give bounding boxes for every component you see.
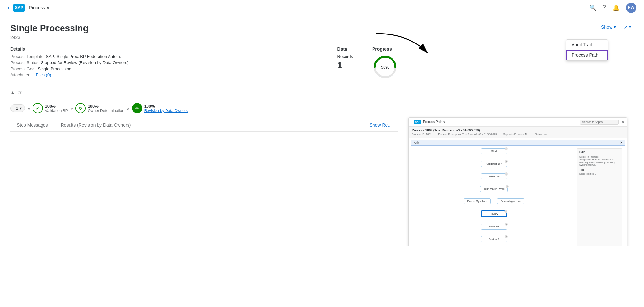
- tab-step-messages[interactable]: Step Messages: [10, 119, 54, 132]
- step-item-validation-bp: ✓ 100% Validation BP: [33, 103, 68, 113]
- step-arrow-3: »: [127, 106, 129, 111]
- tab-results[interactable]: Results (Revision by Data Owners): [54, 119, 137, 132]
- tabs-row: Step Messages Results (Revision by Data …: [10, 119, 398, 132]
- diag-fork-row: Process Mgmt Lane Process Mgmt Lane: [464, 198, 525, 204]
- user-avatar[interactable]: KW: [626, 3, 636, 13]
- right-panel: ‹ SAP Process Path ∨ Search for Apps ✕ P…: [408, 46, 634, 238]
- diagram-main: Start × Validation BP × Owner Det.: [413, 148, 574, 246]
- show-button[interactable]: Show ▾: [599, 23, 619, 31]
- nested-path-heading: Path: [413, 141, 419, 144]
- dropdown-item-process-path[interactable]: Process Path: [566, 50, 608, 60]
- data-heading: Data: [337, 46, 353, 52]
- diag-connector-4: [494, 193, 494, 197]
- nested-meta-status: Status: No: [535, 133, 546, 136]
- process-status-value: Stopped for Review (Revision by Data Own…: [41, 60, 128, 65]
- diag-node-start-close: ×: [505, 147, 508, 150]
- details-heading: Details: [10, 46, 318, 52]
- app-name-chevron-icon: ∨: [46, 5, 50, 10]
- nav-right: 🔍 ? 🔔 KW: [589, 3, 636, 13]
- nested-meta-supports: Supports Process: No: [503, 133, 528, 136]
- diag-fork-right: Process Mgmt Lane: [497, 198, 524, 204]
- step-icon-validation-bp: ✓: [33, 103, 43, 113]
- nested-sap-window: ‹ SAP Process Path ∨ Search for Apps ✕ P…: [408, 117, 627, 246]
- diag-node-owner: Owner Det. ×: [481, 173, 507, 179]
- process-goal-label: Process Goal:: [10, 66, 37, 71]
- nested-search-placeholder: Search for Apps: [582, 120, 603, 124]
- nested-meta-process-id: Process ID: 1002: [412, 133, 431, 136]
- divider: [10, 85, 398, 85]
- process-status-row: Process Status: Stopped for Review (Revi…: [10, 60, 318, 65]
- sap-logo: SAP: [13, 4, 25, 12]
- step-text-owner-determination: 100% Owner Determination: [88, 104, 124, 113]
- diagram-sidebar-assignment: Assignment Reason: Test Riccardo: [579, 158, 620, 161]
- help-icon[interactable]: ?: [603, 4, 606, 11]
- nested-app-name: Process Path ∨: [423, 120, 445, 124]
- nested-close-icon: ✕: [622, 120, 624, 124]
- collapse-row: ▲ ☆: [10, 89, 398, 95]
- details-column: Details Process Template: SAP: Single Pr…: [10, 46, 318, 80]
- step-item-owner-determination: ↺ 100% Owner Determination: [75, 103, 124, 113]
- nested-path-header: Path ✕: [411, 140, 625, 146]
- step-text-revision: 100% Revision by Data Owners: [144, 104, 188, 113]
- process-template-value: SAP: Single Proc. BP Federation Autom.: [46, 54, 121, 59]
- process-template-row: Process Template: SAP: Single Proc. BP F…: [10, 54, 318, 59]
- collapse-up-button[interactable]: ▲: [10, 90, 15, 95]
- attachments-label: Attachments:: [10, 72, 35, 77]
- diag-node-review: Review ×: [481, 210, 507, 217]
- step-name-revision[interactable]: Revision by Data Owners: [144, 109, 188, 113]
- diagram-sidebar-notes: Notes text here...: [579, 173, 620, 175]
- bell-icon[interactable]: 🔔: [612, 4, 620, 11]
- step-pct-owner-determination: 100%: [88, 104, 124, 109]
- attachments-row: Attachments: Files (0): [10, 72, 318, 77]
- nested-search-bar: Search for Apps: [580, 120, 619, 125]
- nested-topnav: ‹ SAP Process Path ∨ Search for Apps ✕: [409, 118, 627, 127]
- step-name-validation-bp: Validation BP: [45, 109, 68, 113]
- search-icon[interactable]: 🔍: [589, 4, 596, 11]
- page-subtitle: 2423: [10, 35, 634, 40]
- show-label: Show: [601, 24, 612, 30]
- process-goal-value: Single Processing: [38, 66, 71, 71]
- diag-connector-1: [494, 156, 494, 159]
- diag-connector-2: [494, 168, 494, 172]
- nested-meta-description: Process Description: Test Riccardo #9 - …: [438, 133, 497, 136]
- diag-connector-3: [494, 181, 494, 185]
- app-name-dropdown[interactable]: Process ∨: [29, 5, 50, 10]
- step-item-revision: ✏ 100% Revision by Data Owners: [132, 103, 188, 113]
- bookmark-button[interactable]: ☆: [17, 89, 22, 95]
- export-chevron-icon: ▾: [629, 24, 631, 30]
- show-results-link[interactable]: Show Re...: [363, 119, 398, 131]
- records-label: Records: [337, 54, 353, 59]
- process-diagram: Start × Validation BP × Owner Det.: [411, 146, 625, 246]
- dropdown-item-audit-trail[interactable]: Audit Trail: [566, 40, 608, 50]
- step-icon-revision: ✏: [132, 103, 142, 113]
- step-badge-more[interactable]: +2 ▾: [10, 104, 25, 112]
- diag-node-review2-close: ×: [505, 235, 508, 238]
- step-pct-validation-bp: 100%: [45, 104, 68, 109]
- diag-node-start: Start ×: [481, 148, 507, 154]
- nested-path-close-icon: ✕: [620, 141, 623, 144]
- export-button[interactable]: ↗ ▾: [621, 23, 634, 31]
- step-name-owner-determination: Owner Determination: [88, 109, 124, 113]
- process-status-label: Process Status:: [10, 60, 40, 65]
- step-text-validation-bp: 100% Validation BP: [45, 104, 68, 113]
- step-arrow-2: »: [71, 106, 73, 111]
- nested-title: Process 1002 (Test Riccardo #9 - 01/06/2…: [412, 129, 624, 132]
- data-column: Data Records 1: [337, 46, 353, 80]
- show-dropdown-menu: Audit Trail Process Path: [566, 39, 608, 61]
- back-button[interactable]: ‹: [8, 5, 9, 11]
- step-icon-owner-determination: ↺: [75, 103, 86, 113]
- nav-left: ‹ SAP Process ∨: [8, 4, 50, 12]
- diagram-sidebar: Edit Status: In Progress Assignment Reas…: [577, 148, 622, 246]
- diag-connector-6: [494, 218, 494, 222]
- diag-node-validation-close: ×: [505, 160, 508, 163]
- diagram-sidebar-status: Status: In Progress: [579, 156, 620, 158]
- app-name-label: Process: [29, 5, 45, 10]
- diag-node-revision-close: ×: [505, 223, 508, 226]
- step-arrow-1: »: [28, 106, 30, 111]
- diag-node-revision: Revision ×: [481, 224, 507, 230]
- diagram-sidebar-heading: Edit: [579, 150, 620, 154]
- attachments-link[interactable]: Files (0): [36, 72, 51, 77]
- diag-node-mgmt-right: Process Mgmt Lane: [497, 198, 524, 204]
- diag-node-review-close: ×: [504, 210, 507, 213]
- diag-connector-7: [494, 231, 494, 235]
